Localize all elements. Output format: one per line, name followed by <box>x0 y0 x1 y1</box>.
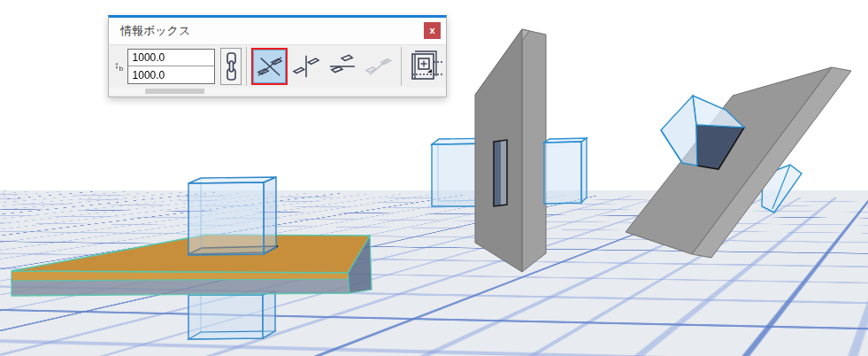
top-height-input[interactable] <box>128 50 214 66</box>
tool-mirror-vertical[interactable] <box>288 48 324 85</box>
slanted-panel[interactable] <box>626 67 851 258</box>
mirror-horizontal-icon <box>327 54 357 79</box>
close-icon: x <box>429 26 434 35</box>
intersection-cross-icon <box>255 54 285 79</box>
mirror-diagonal-icon-disabled <box>364 54 394 79</box>
palette-title-bar[interactable]: 情報ボックス x <box>109 18 446 45</box>
upper-box-above-slab[interactable] <box>188 177 276 255</box>
close-button[interactable]: x <box>424 22 441 39</box>
tool-intersection-cross[interactable] <box>251 48 288 85</box>
height-reference-icon: ↕b <box>111 60 127 73</box>
palette-tool-row: ↕b <box>109 45 446 88</box>
tool-mirror-diagonal <box>360 48 396 85</box>
info-box-palette: 情報ボックス x ↕b <box>108 15 447 97</box>
separator <box>246 47 247 86</box>
settings-dialog-icon <box>408 49 443 84</box>
bottom-height-input[interactable] <box>128 66 214 83</box>
separator <box>401 47 402 86</box>
element-settings-button[interactable] <box>408 48 443 85</box>
lower-box-below-slab[interactable] <box>188 291 275 339</box>
wall-box-intersection <box>494 140 507 206</box>
palette-title: 情報ボックス <box>120 23 190 39</box>
wall[interactable] <box>475 29 546 272</box>
link-values-button[interactable] <box>220 48 242 85</box>
mirror-vertical-icon <box>291 54 321 79</box>
horizontal-box-right-part[interactable] <box>544 138 587 204</box>
height-input-group <box>127 49 215 84</box>
chain-link-icon <box>225 51 238 81</box>
tool-mirror-horizontal[interactable] <box>324 48 360 85</box>
palette-scrollbar-thumb[interactable] <box>145 89 204 94</box>
palette-scrollbar-track[interactable] <box>109 88 446 95</box>
